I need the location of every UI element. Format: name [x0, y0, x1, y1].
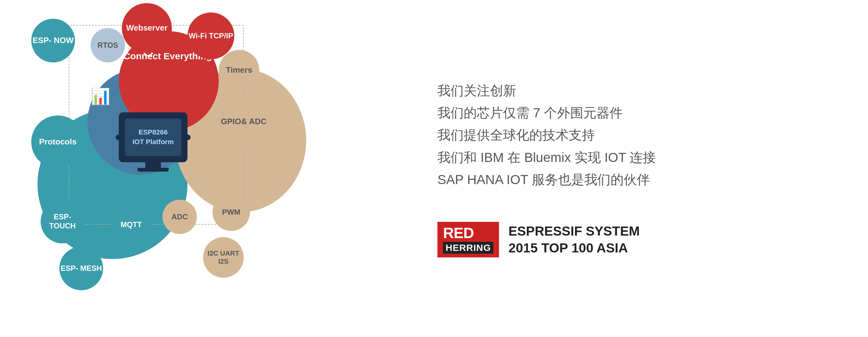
red-herring-bottom: HERRING	[443, 242, 493, 254]
espmesh-label: ESP- MESH	[61, 264, 102, 273]
monitor-dot-left	[116, 134, 121, 140]
pwm-circle: PWM	[213, 194, 250, 231]
text-line-4: 我们和 IBM 在 Bluemix 实现 IOT 连接	[437, 146, 837, 168]
protocols-label: Protocols	[39, 137, 76, 147]
adc-circle: ADC	[162, 200, 197, 234]
monitor-screen: ESP8266IOT Platform	[125, 119, 181, 156]
diagram-section: ⚙ Connect Everything 📊 ☁ 💡 ESP8266IOT Pl…	[0, 0, 406, 337]
i2c-circle: I2C UART I2S	[203, 237, 244, 278]
webserver-label: Webserver	[126, 23, 168, 33]
text-line-3: 我们提供全球化的技术支持	[437, 124, 837, 146]
wifi-circle: Wi-Fi TCP/IP	[187, 12, 234, 59]
esptouch-label: ESP- TOUCH	[41, 212, 84, 231]
text-lines: 我们关注创新 我们的芯片仅需 7 个外围元器件 我们提供全球化的技术支持 我们和…	[437, 79, 837, 191]
esp8266-device: ESP8266IOT Platform	[116, 112, 191, 181]
award-badge: RED HERRING ESPRESSIF SYSTEM 2015 TOP 10…	[437, 222, 837, 258]
espnow-label: ESP- NOW	[32, 36, 73, 45]
page-container: ⚙ Connect Everything 📊 ☁ 💡 ESP8266IOT Pl…	[0, 0, 868, 337]
monitor-base	[137, 168, 169, 172]
gpio-circle: GPIO& ADC	[219, 97, 269, 147]
text-line-2: 我们的芯片仅需 7 个外围元器件	[437, 102, 837, 124]
protocols-circle: Protocols	[31, 115, 84, 168]
rtos-circle: RTOS	[91, 28, 125, 62]
gpio-label: GPIO& ADC	[221, 117, 267, 126]
monitor-label: ESP8266IOT Platform	[132, 128, 174, 147]
webserver-circle: Webserver	[122, 3, 172, 53]
mqtt-label: MQTT	[121, 220, 142, 229]
monitor-dot-right	[185, 134, 191, 140]
timers-circle: Timers	[219, 50, 259, 91]
timers-label: Timers	[226, 65, 252, 75]
award-line1: ESPRESSIF SYSTEM	[508, 223, 640, 240]
award-line2: 2015 TOP 100 ASIA	[508, 240, 640, 257]
monitor-stand	[145, 162, 161, 168]
espnow-circle: ESP- NOW	[31, 19, 75, 62]
award-text: ESPRESSIF SYSTEM 2015 TOP 100 ASIA	[508, 223, 640, 257]
adc-label: ADC	[172, 212, 188, 222]
red-herring-top: RED	[443, 225, 474, 241]
red-herring-logo: RED HERRING	[437, 222, 499, 258]
pwm-label: PWM	[222, 208, 241, 217]
text-line-5: SAP HANA IOT 服务也是我们的伙伴	[437, 168, 837, 191]
monitor-frame: ESP8266IOT Platform	[119, 112, 187, 162]
text-line-1: 我们关注创新	[437, 79, 837, 102]
espmesh-circle: ESP- MESH	[59, 246, 103, 290]
esptouch-circle: ESP- TOUCH	[41, 200, 84, 243]
wifi-label: Wi-Fi TCP/IP	[189, 32, 233, 40]
mqtt-circle: MQTT	[113, 206, 150, 243]
text-section: 我们关注创新 我们的芯片仅需 7 个外围元器件 我们提供全球化的技术支持 我们和…	[406, 55, 868, 283]
i2c-label: I2C UART I2S	[203, 249, 244, 266]
rtos-label: RTOS	[97, 41, 118, 50]
